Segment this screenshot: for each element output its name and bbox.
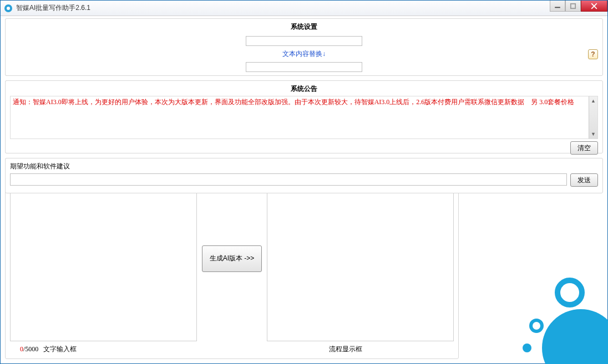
notice-text: 通知：智媒AI3.0即将上线，为更好的用户体验，本次为大版本更新，界面及功能全部… — [10, 96, 598, 139]
notice-heading: 系统公告 — [10, 84, 598, 94]
svg-point-17 — [542, 309, 608, 364]
output-label: 流程显示框 — [329, 345, 362, 353]
settings-input-1[interactable] — [246, 36, 362, 46]
decorative-bubbles — [503, 254, 608, 364]
settings-input-2[interactable] — [246, 62, 362, 72]
suggest-panel: 期望功能和软件建议 发送 — [5, 158, 603, 193]
settings-heading: 系统设置 — [291, 22, 317, 32]
svg-rect-3 — [571, 3, 575, 8]
maximize-button[interactable] — [565, 1, 581, 12]
close-button[interactable] — [581, 1, 607, 12]
minimize-button[interactable] — [550, 1, 565, 12]
input-label: 文字输入框 — [43, 345, 77, 353]
char-count-max: /5000 — [23, 345, 38, 353]
svg-point-18 — [558, 280, 582, 305]
svg-point-20 — [523, 344, 531, 352]
text-replace-link[interactable]: 文本内容替换↓ — [282, 49, 326, 59]
output-textarea[interactable] — [267, 176, 454, 341]
input-textarea[interactable] — [10, 176, 197, 341]
svg-point-19 — [531, 320, 542, 331]
window-title: 智媒AI批量写作助手2.6.1 — [16, 3, 90, 13]
suggest-heading: 期望功能和软件建议 — [10, 162, 598, 171]
send-button[interactable]: 发送 — [570, 173, 598, 187]
scrollbar[interactable]: ▲▼ — [589, 96, 597, 139]
app-icon — [4, 4, 13, 13]
suggest-input[interactable] — [10, 173, 567, 186]
generate-button[interactable]: 生成AI版本 ->> — [202, 245, 262, 272]
titlebar: 智媒AI批量写作助手2.6.1 — [1, 1, 607, 16]
system-settings: 系统设置 文本内容替换↓ ? — [5, 18, 603, 76]
system-notice: 系统公告 通知：智媒AI3.0即将上线，为更好的用户体验，本次为大版本更新，界面… — [5, 80, 603, 153]
svg-point-1 — [7, 7, 10, 10]
clear-button[interactable]: 清空 — [570, 141, 598, 155]
help-icon[interactable]: ? — [588, 49, 598, 59]
